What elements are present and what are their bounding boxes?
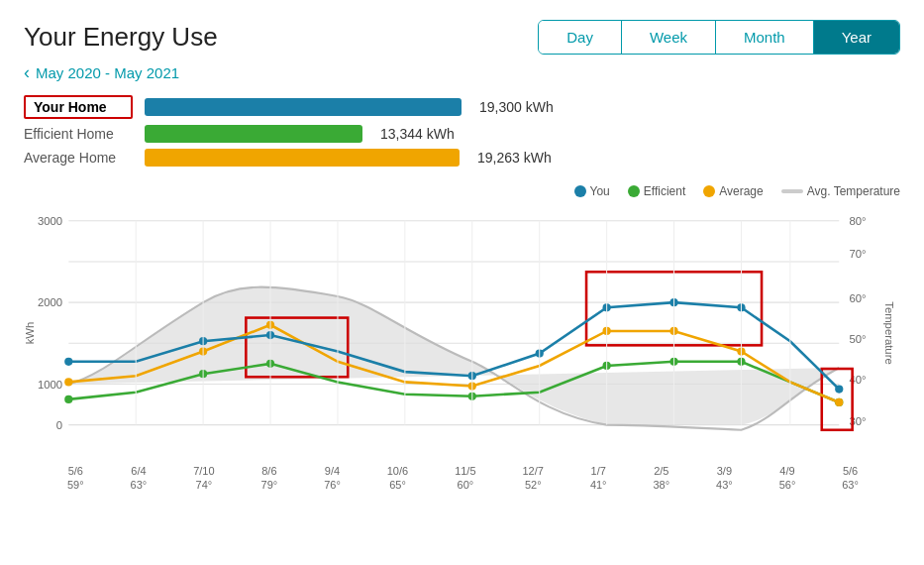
svg-text:0: 0	[56, 419, 62, 431]
svg-text:kWh: kWh	[24, 322, 36, 345]
legend-average: Average	[703, 184, 763, 198]
svg-text:2000: 2000	[38, 296, 62, 308]
svg-point-29	[64, 378, 72, 386]
prev-period-button[interactable]: ‹	[24, 62, 30, 83]
x-label-0: 5/659°	[67, 464, 84, 493]
tab-day[interactable]: Day	[539, 21, 622, 54]
legend-average-label: Average	[719, 184, 763, 198]
x-label-5: 10/665°	[387, 464, 408, 493]
legend-you-label: You	[590, 184, 610, 198]
svg-point-45	[835, 385, 843, 393]
efficient-dot	[628, 185, 640, 197]
x-axis-labels: 5/659° 6/463° 7/1074° 8/679° 9/476° 10/6…	[24, 464, 900, 493]
x-label-3: 8/679°	[261, 464, 278, 493]
tab-month[interactable]: Month	[716, 21, 814, 54]
chart-svg: 3000 2000 1000 0 kWh 80° 70° 60° 50° 40°…	[24, 204, 900, 462]
average-home-label: Average Home	[24, 150, 133, 166]
date-range-text: May 2020 - May 2021	[36, 64, 179, 81]
svg-text:70°: 70°	[850, 248, 867, 260]
chart-container: You Efficient Average Avg. Temperature 3…	[24, 184, 900, 482]
svg-text:1000: 1000	[38, 379, 62, 391]
chart-legend: You Efficient Average Avg. Temperature	[24, 184, 900, 198]
x-label-6: 11/560°	[455, 464, 475, 493]
legend-temp: Avg. Temperature	[781, 184, 900, 198]
svg-text:Temperature: Temperature	[883, 301, 895, 364]
legend-you: You	[574, 184, 610, 198]
x-label-9: 2/538°	[653, 464, 669, 493]
your-home-bar	[145, 98, 462, 116]
header-row: Your Energy Use Day Week Month Year	[24, 20, 900, 55]
legend-bars: Your Home 19,300 kWh Efficient Home 13,3…	[24, 95, 900, 167]
bar-row-average-home: Average Home 19,263 kWh	[24, 149, 900, 167]
svg-point-21	[64, 396, 72, 403]
x-label-12: 5/663°	[842, 464, 859, 493]
page-title: Your Energy Use	[24, 22, 218, 53]
svg-text:3000: 3000	[38, 215, 62, 227]
svg-point-36	[835, 398, 843, 406]
x-label-8: 1/741°	[590, 464, 607, 493]
date-nav: ‹ May 2020 - May 2021	[24, 62, 900, 83]
bar-row-your-home: Your Home 19,300 kWh	[24, 95, 900, 119]
legend-temp-label: Avg. Temperature	[807, 184, 900, 198]
legend-efficient-label: Efficient	[644, 184, 685, 198]
bar-row-efficient-home: Efficient Home 13,344 kWh	[24, 125, 900, 143]
average-home-bar	[145, 149, 460, 167]
x-label-1: 6/463°	[131, 464, 148, 493]
svg-point-37	[64, 358, 72, 366]
svg-text:50°: 50°	[850, 333, 867, 345]
efficient-home-value: 13,344 kWh	[380, 126, 455, 142]
tab-year[interactable]: Year	[814, 21, 899, 54]
svg-text:80°: 80°	[850, 215, 867, 227]
x-label-4: 9/476°	[324, 464, 341, 493]
svg-text:60°: 60°	[850, 292, 867, 304]
average-dot	[703, 185, 715, 197]
you-dot	[574, 185, 586, 197]
tab-group: Day Week Month Year	[538, 20, 900, 55]
efficient-home-label: Efficient Home	[24, 126, 133, 142]
your-home-value: 19,300 kWh	[479, 99, 554, 115]
efficient-home-bar	[145, 125, 362, 143]
x-label-7: 12/752°	[523, 464, 544, 493]
average-home-value: 19,263 kWh	[477, 150, 552, 166]
your-home-label: Your Home	[24, 95, 133, 119]
legend-efficient: Efficient	[628, 184, 685, 198]
tab-week[interactable]: Week	[622, 21, 716, 54]
x-label-2: 7/1074°	[193, 464, 214, 493]
x-label-10: 3/943°	[716, 464, 733, 493]
x-label-11: 4/956°	[779, 464, 796, 493]
temp-line	[781, 189, 803, 193]
